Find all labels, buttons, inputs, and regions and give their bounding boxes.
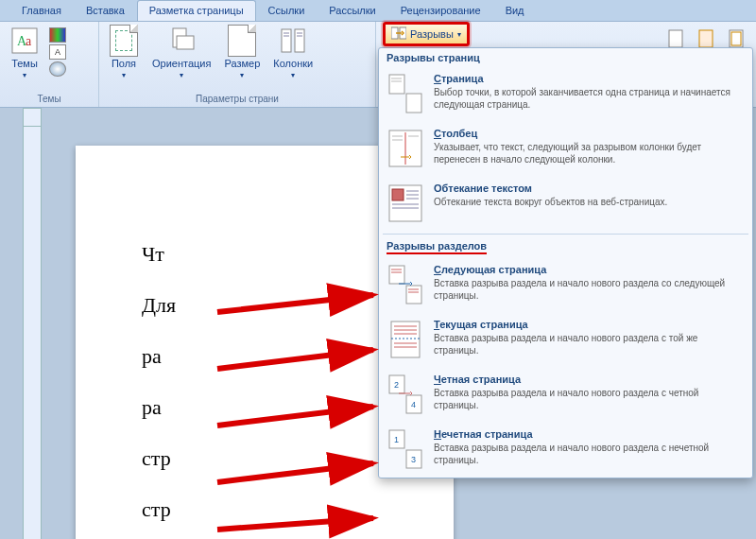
app-window: Главная Вставка Разметка страницы Ссылки… bbox=[0, 0, 756, 539]
ribbon-tabs: Главная Вставка Разметка страницы Ссылки… bbox=[0, 0, 756, 22]
dd-item-desc: Вставка разрыва раздела и начало нового … bbox=[434, 332, 745, 356]
chevron-down-icon: ▾ bbox=[122, 71, 126, 79]
themes-label: Темы bbox=[11, 58, 38, 69]
tab-links[interactable]: Ссылки bbox=[256, 0, 318, 21]
tab-home[interactable]: Главная bbox=[9, 0, 74, 21]
dd-item-continuous[interactable]: Текущая страница Вставка разрыва раздела… bbox=[379, 313, 752, 368]
next-page-icon bbox=[387, 264, 424, 305]
doc-text: ра bbox=[142, 393, 397, 422]
size-button[interactable]: Размер ▾ bbox=[220, 24, 264, 81]
theme-fonts-icon[interactable]: A bbox=[49, 44, 66, 60]
dd-item-title: Столбец bbox=[434, 128, 745, 139]
dd-item-desc: Обтекание текста вокруг объектов на веб-… bbox=[434, 196, 745, 208]
dd-item-page[interactable]: Страница Выбор точки, в которой заканчив… bbox=[379, 67, 752, 122]
group-themes-label: Темы bbox=[6, 93, 93, 105]
margins-label: Поля bbox=[112, 58, 136, 69]
dd-item-title: Нечетная страница bbox=[434, 428, 745, 440]
dd-item-desc: Указывает, что текст, следующий за разры… bbox=[434, 141, 745, 165]
even-page-icon: 24 bbox=[387, 374, 424, 415]
svg-text:2: 2 bbox=[394, 380, 399, 390]
svg-rect-11 bbox=[669, 30, 682, 47]
columns-button[interactable]: Колонки ▾ bbox=[269, 24, 317, 81]
tab-review[interactable]: Рецензирование bbox=[388, 0, 493, 21]
doc-text: ра bbox=[142, 342, 397, 371]
doc-text: Чт bbox=[142, 240, 397, 269]
continuous-icon bbox=[387, 319, 424, 360]
column-break-icon bbox=[387, 128, 424, 169]
dd-item-title: Текущая страница bbox=[434, 319, 745, 330]
dd-item-desc: Вставка разрыва раздела и начало нового … bbox=[434, 387, 745, 411]
orientation-icon bbox=[166, 26, 197, 56]
svg-text:1: 1 bbox=[394, 435, 399, 444]
orientation-label: Ориентация bbox=[152, 58, 211, 69]
size-icon bbox=[227, 26, 257, 56]
svg-rect-17 bbox=[389, 75, 404, 94]
dd-section-page-breaks: Разрывы страниц bbox=[379, 48, 752, 67]
svg-rect-39 bbox=[391, 322, 420, 357]
dd-item-odd-page[interactable]: 13 Нечетная страница Вставка разрыва раз… bbox=[379, 423, 752, 478]
dd-item-even-page[interactable]: 24 Четная страница Вставка разрыва разде… bbox=[379, 368, 752, 423]
page-borders-icon[interactable] bbox=[728, 29, 747, 48]
columns-label: Колонки bbox=[273, 58, 313, 69]
dd-separator bbox=[383, 234, 748, 235]
svg-rect-18 bbox=[406, 94, 421, 113]
breaks-button[interactable]: Разрывы ▾ bbox=[383, 22, 470, 46]
theme-effects-icon[interactable] bbox=[49, 61, 66, 77]
vertical-ruler bbox=[23, 108, 42, 539]
dd-item-desc: Вставка разрыва раздела и начало нового … bbox=[434, 442, 745, 466]
breaks-label: Разрывы bbox=[410, 28, 454, 40]
breaks-dropdown: Разрывы страниц Страница Выбор точки, в … bbox=[378, 47, 753, 478]
svg-rect-27 bbox=[392, 189, 404, 200]
text-wrap-icon bbox=[387, 183, 424, 224]
tab-mailings[interactable]: Рассылки bbox=[317, 0, 387, 21]
page-color-icon[interactable] bbox=[697, 29, 716, 48]
dd-item-title: Четная страница bbox=[434, 374, 745, 385]
chevron-down-icon: ▾ bbox=[180, 71, 183, 79]
themes-button[interactable]: Aa Темы ▾ bbox=[6, 24, 43, 81]
svg-text:3: 3 bbox=[411, 455, 416, 464]
breaks-icon bbox=[391, 26, 406, 42]
theme-colors-icon[interactable] bbox=[49, 27, 66, 43]
chevron-down-icon: ▾ bbox=[291, 71, 295, 79]
dd-item-title: Обтекание текстом bbox=[434, 183, 745, 194]
dd-item-desc: Вставка разрыва раздела и начало нового … bbox=[434, 277, 745, 302]
dd-item-title: Страница bbox=[434, 73, 745, 84]
chevron-down-icon: ▾ bbox=[23, 71, 26, 79]
svg-rect-33 bbox=[389, 266, 404, 284]
dd-item-title: Следующая страница bbox=[434, 264, 745, 275]
orientation-button[interactable]: Ориентация ▾ bbox=[148, 24, 215, 81]
page-break-icon bbox=[387, 73, 424, 114]
odd-page-icon: 13 bbox=[387, 428, 424, 470]
doc-text: стр bbox=[142, 496, 397, 524]
group-page-setup: Поля ▾ Ориентация ▾ Размер ▾ Колонки ▾ bbox=[99, 22, 376, 107]
tab-view[interactable]: Вид bbox=[493, 0, 537, 21]
svg-rect-4 bbox=[177, 36, 194, 49]
dd-item-text-wrap[interactable]: Обтекание текстом Обтекание текста вокру… bbox=[379, 177, 752, 232]
dd-item-desc: Выбор точки, в которой заканчивается одн… bbox=[434, 86, 745, 111]
chevron-down-icon: ▾ bbox=[457, 30, 461, 39]
margins-button[interactable]: Поля ▾ bbox=[105, 24, 143, 81]
columns-icon bbox=[278, 26, 308, 56]
chevron-down-icon: ▾ bbox=[240, 71, 244, 79]
tab-insert[interactable]: Вставка bbox=[74, 0, 137, 21]
doc-text: стр bbox=[142, 444, 397, 473]
size-label: Размер bbox=[224, 58, 260, 69]
dd-item-next-page[interactable]: Следующая страница Вставка разрыва разде… bbox=[379, 258, 752, 313]
margins-icon bbox=[109, 26, 139, 56]
svg-rect-12 bbox=[699, 30, 713, 47]
svg-text:4: 4 bbox=[411, 400, 416, 409]
dd-item-column[interactable]: Столбец Указывает, что текст, следующий … bbox=[379, 122, 752, 177]
doc-text: Для bbox=[142, 291, 397, 320]
ruler-corner bbox=[23, 108, 42, 127]
group-themes: Aa Темы ▾ A Темы bbox=[0, 22, 99, 107]
dd-section-section-breaks: Разрывы разделов bbox=[379, 236, 752, 258]
tab-page-layout[interactable]: Разметка страницы bbox=[137, 0, 256, 21]
group-pagesetup-label: Параметры страни bbox=[105, 93, 369, 105]
svg-rect-34 bbox=[406, 286, 421, 304]
svg-text:a: a bbox=[26, 34, 32, 48]
watermark-icon[interactable] bbox=[667, 29, 686, 48]
themes-icon: Aa bbox=[9, 26, 40, 56]
